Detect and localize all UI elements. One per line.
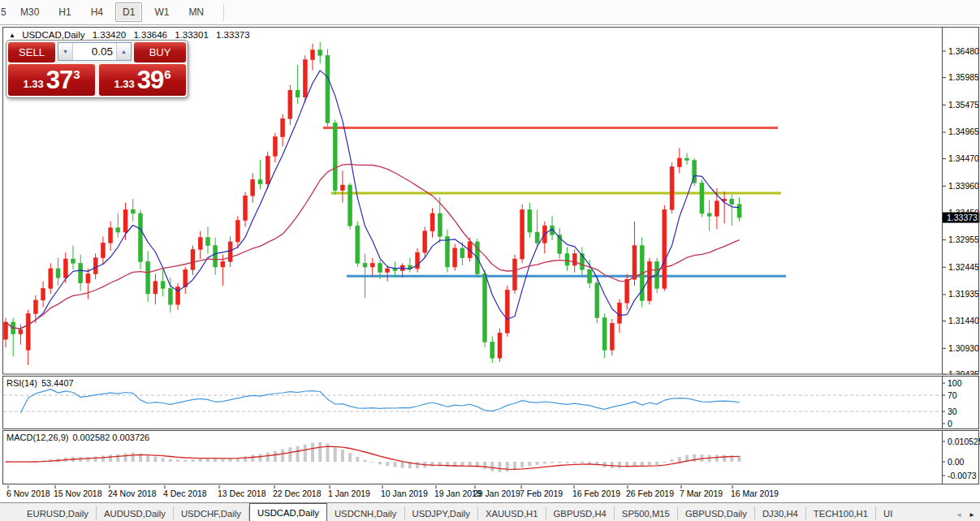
svg-text:1.35985: 1.35985 [948,72,979,82]
svg-text:1.34470: 1.34470 [948,153,979,163]
tab-audusd-daily[interactable]: AUDUSD,Daily [97,506,174,520]
volume-input[interactable] [73,43,116,60]
macd-values: 0.002582 0.003726 [72,433,149,442]
sell-price-prefix: 1.33 [23,78,43,90]
timeframe-button-m5-partial[interactable]: 5 [0,6,11,18]
rsi-name: RSI(14) [6,378,37,388]
chart-title-line: ▲ USDCAD,Daily 1.33420 1.33646 1.33301 1… [9,30,255,40]
svg-text:1.33960: 1.33960 [948,181,979,191]
svg-text:1.32955: 1.32955 [948,235,979,244]
symbol-tabbar: EURUSD,Daily AUDUSD,Daily USDCHF,Daily U… [0,502,980,521]
svg-text:0: 0 [948,419,952,428]
macd-axis: 0.0105250.00-0.0073 [943,437,980,480]
toolbar-separator [223,3,224,21]
svg-text:15 Nov 2018: 15 Nov 2018 [54,489,102,498]
ma-slow-line [6,164,740,329]
buy-price-big: 39 [137,67,163,93]
ma-fast-line [6,71,740,329]
tab-scroll-right-icon[interactable]: ► [969,511,975,519]
buy-price-button[interactable]: 1.33 39 6 [99,64,186,96]
date-labels: 6 Nov 201815 Nov 201824 Nov 20184 Dec 20… [6,485,779,498]
sell-button[interactable]: SELL [8,42,55,62]
volume-decrease-icon[interactable]: ▼ [58,43,73,60]
current-price-badge: 1.33373 [943,213,980,223]
collapse-triangle-icon[interactable]: ▲ [9,32,15,39]
tab-usdcad-daily[interactable]: USDCAD,Daily [249,503,327,521]
svg-text:1 Jan 2019: 1 Jan 2019 [328,489,370,498]
buy-price-pip: 6 [164,67,171,81]
volume-spinner: ▼ ▲ [58,42,132,61]
svg-text:1.31935: 1.31935 [948,289,979,299]
svg-text:0.00: 0.00 [948,457,965,467]
tab-gbpusd-daily[interactable]: GBPUSD,Daily [678,506,755,520]
date-axis: 6 Nov 201815 Nov 201824 Nov 20184 Dec 20… [0,485,980,502]
tab-sp500-m15[interactable]: SP500,M15 [615,506,678,520]
svg-text:16 Mar 2019: 16 Mar 2019 [731,489,779,498]
svg-text:13 Dec 2018: 13 Dec 2018 [218,489,266,498]
svg-text:29 Jan 2019: 29 Jan 2019 [473,489,520,498]
svg-text:7 Mar 2019: 7 Mar 2019 [680,489,723,498]
timeframe-button-h1[interactable]: H1 [51,2,78,22]
svg-text:100: 100 [948,378,962,388]
svg-text:1.31440: 1.31440 [948,316,979,325]
timeframe-button-h4[interactable]: H4 [84,2,110,22]
svg-text:1.34965: 1.34965 [948,127,979,136]
mt4-window: 5 M30 H1 H4 D1 W1 MN ▲ USDCAD,Daily 1.33… [0,0,980,521]
rsi-axis: 10070300 [943,378,962,428]
svg-text:22 Dec 2018: 22 Dec 2018 [273,489,322,498]
svg-text:4 Dec 2018: 4 Dec 2018 [163,489,207,498]
svg-text:30: 30 [948,407,957,416]
sell-price-pip: 3 [73,67,80,81]
timeframe-button-m30[interactable]: M30 [13,2,46,22]
tab-gbpusd-h4[interactable]: GBPUSD,H4 [546,506,615,520]
ohlc-high: 1.33646 [133,30,167,40]
svg-text:1.30930: 1.30930 [948,343,979,353]
sell-price-button[interactable]: 1.33 37 3 [8,64,95,96]
rsi-value: 53.4407 [41,378,74,388]
rsi-label: RSI(14)53.4407 [6,378,78,388]
tab-usdcnh-daily[interactable]: USDCNH,Daily [327,506,405,520]
svg-text:10 Jan 2019: 10 Jan 2019 [381,489,428,498]
chart-symbol-label: USDCAD,Daily [22,30,84,40]
one-click-trade-panel: SELL ▼ ▲ BUY 1.33 37 3 1.33 39 6 [6,40,188,98]
tab-usdchf-daily[interactable]: USDCHF,Daily [174,506,249,520]
macd-name: MACD(12,26,9) [6,433,68,442]
macd-signal-line [6,446,740,469]
rsi-level-lines [3,395,942,411]
svg-text:-0.0073: -0.0073 [948,471,977,480]
svg-text:1.35475: 1.35475 [948,100,979,110]
svg-text:24 Nov 2018: 24 Nov 2018 [108,489,157,498]
ohlc-open: 1.33420 [93,30,127,40]
tab-eurusd-daily[interactable]: EURUSD,Daily [19,506,97,520]
svg-text:70: 70 [948,390,957,400]
timeframe-button-w1[interactable]: W1 [147,2,176,22]
timeframe-toolbar: 5 M30 H1 H4 D1 W1 MN [0,0,980,25]
rsi-line [20,390,739,413]
svg-text:6 Nov 2018: 6 Nov 2018 [6,489,50,498]
tab-usdjpy-daily[interactable]: USDJPY,Daily [405,506,478,520]
tab-dj30-h4[interactable]: DJ30,H4 [755,506,806,520]
sell-price-big: 37 [46,67,72,93]
svg-text:7 Feb 2019: 7 Feb 2019 [520,489,563,498]
rsi-subwindow[interactable]: 10070300 [0,375,980,430]
svg-text:1.33373: 1.33373 [947,213,978,222]
buy-price-prefix: 1.33 [114,78,134,90]
price-axis: 1.364801.359851.354751.349651.344701.339… [943,46,979,376]
svg-text:0.010525: 0.010525 [948,437,980,446]
macd-label: MACD(12,26,9)0.002582 0.003726 [6,433,153,442]
tab-scroll-left-icon[interactable]: ◄ [956,511,962,519]
timeframe-button-mn[interactable]: MN [181,2,211,22]
volume-increase-icon[interactable]: ▲ [116,43,131,60]
svg-text:16 Feb 2019: 16 Feb 2019 [572,489,620,498]
ohlc-close: 1.33373 [216,30,250,40]
timeframe-button-d1[interactable]: D1 [115,2,142,22]
svg-text:1.36480: 1.36480 [948,46,979,56]
tab-scroll-arrows: ◄ ► [954,511,980,521]
tab-xauusd-h1[interactable]: XAUUSD,H1 [478,506,546,520]
tab-tech100-h1[interactable]: TECH100,H1 [806,506,876,520]
ohlc-low: 1.33301 [175,30,209,40]
buy-button[interactable]: BUY [134,42,186,62]
tab-partial[interactable]: UI [876,506,900,520]
svg-text:1.32445: 1.32445 [948,262,979,272]
svg-text:26 Feb 2019: 26 Feb 2019 [626,489,674,498]
